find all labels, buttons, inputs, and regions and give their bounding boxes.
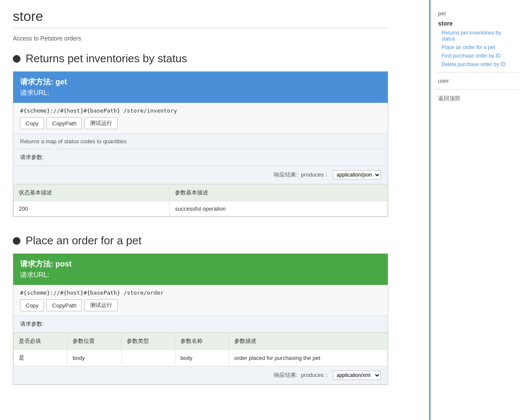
test-button-get[interactable]: 测试运行 — [84, 117, 118, 129]
sidebar-sub-items: Returns pet inventories by status Place … — [435, 29, 519, 69]
section-dot-0 — [13, 55, 20, 63]
table-cell-desc: successful operation — [170, 201, 388, 217]
api-header-post: 请求方法: post 请求URL: — [13, 254, 388, 285]
table-header-position: 参数位置 — [67, 333, 121, 350]
sidebar-sub-item-1[interactable]: Place an order for a pet — [435, 43, 519, 52]
table-cell-type — [121, 350, 175, 366]
api-header-get: 请求方法: get 请求URL: — [13, 72, 388, 103]
api-method-post: 请求方法: post — [20, 259, 381, 269]
produces-select-post[interactable]: application/xml application/json — [333, 371, 381, 380]
table-cell-name: body — [175, 350, 229, 366]
api-method-get: 请求方法: get — [20, 77, 381, 87]
table-row: 是 body body order placed for purchasing … — [14, 350, 388, 366]
sidebar-back-label[interactable]: 返回顶部 — [435, 93, 519, 104]
table-cell-required: 是 — [14, 350, 67, 366]
page-title: store — [13, 9, 388, 24]
sidebar-user-label: user — [435, 76, 519, 86]
table-header-row-get: 状态基本描述 参数基本描述 — [14, 185, 388, 201]
table-cell-status: 200 — [14, 201, 170, 217]
api-table-get: 状态基本描述 参数基本描述 200 successful operation — [13, 184, 388, 217]
section-heading-0: Returns pet inventories by status — [13, 52, 388, 65]
sidebar-divider-2 — [435, 89, 519, 90]
section-dot-1 — [13, 237, 20, 245]
api-request-params-post: 请求参数: — [13, 316, 388, 333]
api-request-params-get: 请求参数: — [13, 149, 388, 166]
copypath-button-post[interactable]: CopyPath — [46, 299, 82, 311]
sidebar-sub-item-0[interactable]: Returns pet inventories by status — [435, 29, 519, 43]
section-heading-1: Place an order for a pet — [13, 234, 388, 247]
api-description-get: Returns a map of status codes to quantit… — [13, 134, 388, 149]
api-url-label-post: 请求URL: — [20, 271, 381, 280]
produces-label-post: produces： — [301, 371, 329, 379]
page-subtitle: Access to Petstore orders — [13, 35, 388, 42]
api-url-text-post: #{scheme}://#{host}#{basePath} /store/or… — [20, 290, 381, 296]
api-buttons-get: Copy CopyPath 测试运行 — [20, 117, 381, 129]
api-url-row-post: #{scheme}://#{host}#{basePath} /store/or… — [13, 285, 388, 316]
table-row: 200 successful operation — [14, 201, 388, 217]
request-params-label-post: 请求参数: — [20, 321, 44, 327]
test-button-post[interactable]: 测试运行 — [84, 299, 118, 311]
copy-button-post[interactable]: Copy — [20, 299, 44, 311]
request-params-label-get: 请求参数: — [20, 154, 44, 160]
table-header-desc: 参数基本描述 — [170, 185, 388, 201]
section-title-0: Returns pet inventories by status — [26, 52, 187, 65]
copy-button-get[interactable]: Copy — [20, 117, 44, 129]
api-url-label-get: 请求URL: — [20, 89, 381, 98]
produces-label-get: produces： — [301, 171, 329, 179]
main-content: store Access to Petstore orders Returns … — [0, 0, 401, 411]
api-box-post: 请求方法: post 请求URL: #{scheme}://#{host}#{b… — [13, 253, 388, 385]
sidebar-divider — [435, 72, 519, 72]
response-label-post: 响应结果: — [274, 371, 298, 379]
sidebar: pet store Returns pet inventories by sta… — [429, 0, 523, 411]
table-cell-desc: order placed for purchasing the pet — [229, 350, 388, 366]
api-url-row-get: #{scheme}://#{host}#{basePath} /store/in… — [13, 103, 388, 134]
sidebar-sub-item-2[interactable]: Find purchase order by ID — [435, 52, 519, 60]
produces-select-get[interactable]: application/json application/xml — [333, 170, 381, 180]
table-cell-position: body — [67, 350, 121, 366]
table-header-required: 是否必填 — [14, 333, 67, 350]
table-header-description: 参数描述 — [229, 333, 388, 350]
api-table-post: 是否必填 参数位置 参数类型 参数名称 参数描述 是 body body ord… — [13, 333, 388, 366]
api-box-get: 请求方法: get 请求URL: #{scheme}://#{host}#{ba… — [13, 71, 388, 217]
page-divider — [13, 28, 388, 28]
copypath-button-get[interactable]: CopyPath — [46, 117, 82, 129]
table-header-row-post: 是否必填 参数位置 参数类型 参数名称 参数描述 — [14, 333, 388, 350]
api-url-text-get: #{scheme}://#{host}#{basePath} /store/in… — [20, 107, 381, 114]
response-label-get: 响应结果: — [274, 171, 298, 179]
api-response-row-post: 响应结果: produces： application/xml applicat… — [13, 366, 388, 385]
table-header-type: 参数类型 — [121, 333, 175, 350]
section-title-1: Place an order for a pet — [26, 234, 142, 247]
sidebar-sub-item-3[interactable]: Delete purchase order by ID — [435, 60, 519, 69]
api-buttons-post: Copy CopyPath 测试运行 — [20, 299, 381, 311]
table-header-name: 参数名称 — [175, 333, 229, 350]
sidebar-store-label: store — [435, 18, 519, 29]
api-response-row-get: 响应结果: produces： application/json applica… — [13, 166, 388, 184]
table-header-status: 状态基本描述 — [14, 185, 170, 201]
sidebar-pet-label: pet — [435, 9, 519, 18]
